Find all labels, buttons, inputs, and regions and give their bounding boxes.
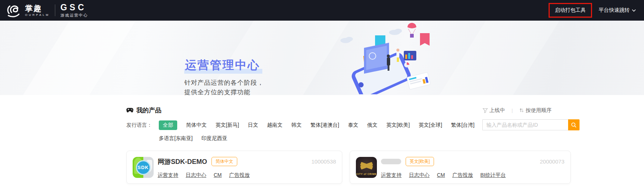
gamepad-icon — [126, 108, 133, 113]
product-language-badge: 英文[欧美] — [406, 157, 434, 166]
operations-illustration — [320, 22, 430, 94]
product-name: 网游SDK-DEMO — [158, 157, 207, 166]
brand-name: 掌趣 — [25, 4, 50, 12]
section-title-label: 我的产品 — [136, 106, 161, 115]
online-status-filter[interactable]: 上线中 — [483, 107, 505, 114]
card-link-cm[interactable]: CM — [437, 172, 445, 179]
search-input[interactable] — [482, 119, 568, 130]
launch-packaging-tool-button[interactable]: 启动打包工具 — [549, 3, 592, 18]
brand-divider — [55, 4, 55, 16]
hero-title: 运营管理中心 — [184, 57, 262, 74]
ourpalm-hand-icon — [6, 3, 21, 18]
sdk-badge: SDK — [136, 160, 151, 175]
card-link-operations-support[interactable]: 运营支持 — [158, 172, 178, 179]
card-link-ad-delivery[interactable]: 广告投放 — [452, 172, 473, 179]
hero-banner: 运营管理中心 针对产品运营的各个阶段， 提供全方位的支撑功能 — [0, 21, 644, 95]
funnel-icon — [483, 108, 488, 113]
parachute-icon — [407, 23, 416, 38]
top-navbar: 掌趣 OURPALM GSC 游戏运营中心 启动打包工具 平台快速跳转 — [0, 0, 644, 21]
language-tag[interactable]: 泰文 — [348, 122, 358, 129]
language-tag-all[interactable]: 全部 — [159, 120, 177, 130]
hero-subtitle-line1: 针对产品运营的各个阶段， — [184, 78, 264, 88]
mini-chart — [404, 51, 416, 67]
chevron-down-icon — [632, 9, 636, 12]
language-tag[interactable]: 韩文 — [291, 122, 302, 129]
person-figure — [396, 49, 399, 62]
brand-name-en: OURPALM — [25, 14, 50, 17]
language-tag[interactable]: 越南文 — [267, 122, 283, 129]
sort-order-control[interactable]: 按使用顺序 — [519, 107, 552, 114]
brand-product-sub: 游戏运营中心 — [60, 13, 88, 17]
magnifier-icon — [571, 122, 577, 128]
card-link-ad-delivery[interactable]: 广告投放 — [229, 172, 250, 179]
hero-subtitle-line2: 提供全方位的支撑功能 — [184, 88, 264, 95]
product-id: 10000538 — [311, 158, 336, 165]
search-button[interactable] — [568, 119, 580, 130]
language-tag[interactable]: 繁体[台湾] — [451, 122, 475, 129]
product-card: SDK 网游SDK-DEMO 简体中文 10000538 运营支持 日志中心 C… — [126, 151, 342, 184]
language-tag[interactable]: 繁体[港澳台] — [311, 122, 339, 129]
product-language-badge: 简体中文 — [211, 157, 237, 166]
city-of-crime-app-icon: CITY of CRIME — [356, 157, 377, 178]
language-tag[interactable]: 印度尼西亚 — [202, 135, 227, 142]
online-status-label: 上线中 — [490, 107, 505, 114]
banner-stripe — [10, 21, 145, 95]
cloud-icon — [340, 29, 402, 43]
sort-order-label: 按使用顺序 — [526, 107, 552, 114]
sdk-app-icon: SDK — [133, 157, 154, 178]
card-link-bi-platform[interactable]: BI统计平台 — [480, 172, 506, 179]
language-tag[interactable]: 日文 — [248, 122, 258, 129]
filter-divider: | — [512, 108, 513, 113]
language-tag[interactable]: 英文[欧美] — [386, 122, 410, 129]
platform-quick-jump-label: 平台快速跳转 — [599, 7, 630, 14]
card-link-log-center[interactable]: 日志中心 — [409, 172, 430, 179]
brand-product: GSC — [60, 3, 88, 12]
presentation-board — [364, 43, 390, 74]
product-card: CITY of CRIME 英文[欧美] 20000073 运营支持 日志中心 … — [350, 151, 571, 184]
language-tag[interactable]: 俄文 — [367, 122, 378, 129]
brand-logo[interactable]: 掌趣 OURPALM GSC 游戏运营中心 — [6, 3, 88, 18]
card-link-operations-support[interactable]: 运营支持 — [381, 172, 402, 179]
sort-arrows-icon — [519, 108, 524, 113]
card-link-log-center[interactable]: 日志中心 — [186, 172, 206, 179]
language-tag[interactable]: 多语言[东南亚] — [159, 135, 193, 142]
language-tag[interactable]: 简体中文 — [186, 122, 207, 129]
language-tag[interactable]: 英文[新马] — [216, 122, 239, 129]
product-search — [482, 119, 580, 130]
product-id: 20000073 — [540, 158, 564, 165]
product-name-redacted — [381, 159, 401, 164]
platform-quick-jump-menu[interactable]: 平台快速跳转 — [599, 7, 636, 14]
language-tag[interactable]: 英文[全球] — [419, 122, 442, 129]
language-filter-label: 发行语言： — [126, 122, 159, 129]
banner-stripe — [426, 21, 568, 95]
crossed-guns-icon — [360, 162, 373, 169]
card-link-cm[interactable]: CM — [214, 172, 222, 179]
products-section: 我的产品 上线中 | 按使用顺序 发行语言： — [0, 95, 644, 184]
bookmark-pink-icon — [420, 33, 430, 46]
app-icon-title: CITY of CRIME — [356, 173, 377, 175]
